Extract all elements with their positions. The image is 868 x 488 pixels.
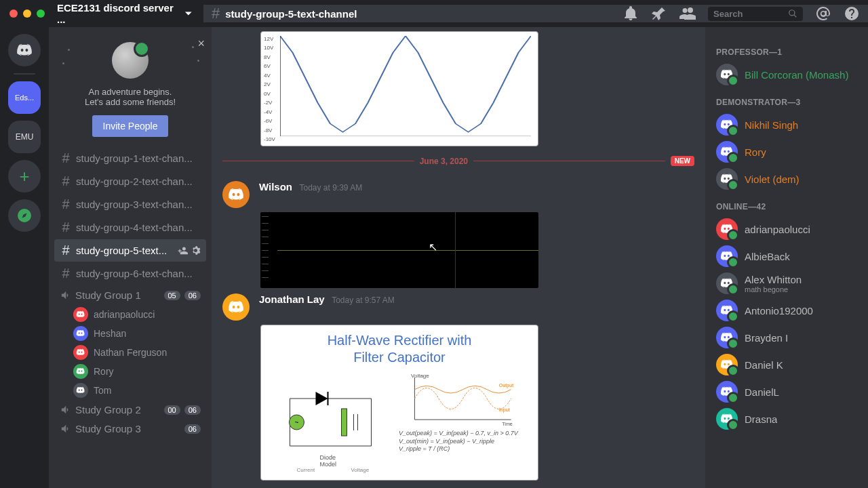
search-input[interactable]: Search <box>708 7 803 21</box>
ytick-label: 10V <box>264 45 273 51</box>
speaker-icon <box>60 404 71 415</box>
text-channel-item[interactable]: # study-group-5-text... <box>54 239 206 262</box>
avatar <box>716 64 738 85</box>
server-eds[interactable]: Eds... <box>8 81 41 114</box>
orb-icon <box>112 42 149 79</box>
hash-icon: # <box>60 174 72 189</box>
svg-text:Model: Model <box>319 461 336 468</box>
attachment-sine-plot[interactable]: 12V10V8V6V4V2V0V-2V-4V-6V-8V-10V <box>260 31 538 146</box>
channel-list: × An adventure begins. Let's add some fr… <box>49 27 212 488</box>
explore-button[interactable] <box>8 199 41 232</box>
member-item[interactable]: Rory <box>711 138 863 165</box>
invite-people-button[interactable]: Invite People <box>92 115 169 137</box>
avatar <box>73 364 88 379</box>
voice-member[interactable]: Heshan <box>49 324 212 343</box>
member-name: Drasna <box>745 413 777 425</box>
text-channel-item[interactable]: # study-group-1-text-chan... <box>54 147 206 169</box>
hash-icon: # <box>212 5 220 22</box>
voice-count-badge: 06 <box>184 405 201 415</box>
member-item[interactable]: Bill Corcoran (Monash) <box>711 61 863 88</box>
cursor-icon: ↖ <box>429 241 437 253</box>
voice-channel-label: Study Group 2 <box>75 404 160 415</box>
voice-channel-item[interactable]: Study Group 1 0506 <box>54 286 206 304</box>
message-author[interactable]: Jonathan Lay <box>259 293 325 305</box>
notifications-icon[interactable] <box>623 5 639 22</box>
server-name-dropdown[interactable]: ECE2131 discord server ... <box>49 2 203 25</box>
maximize-window-icon[interactable] <box>37 9 45 18</box>
channel-label: study-group-2-text-chan... <box>76 176 201 187</box>
member-name: DanielL <box>745 386 779 398</box>
close-window-icon[interactable] <box>9 9 18 18</box>
header-toolbar: Search <box>623 5 860 22</box>
add-server-button[interactable]: + <box>8 160 41 192</box>
member-item[interactable]: AlbieBack <box>711 243 863 270</box>
voice-channel-item[interactable]: Study Group 3 06 <box>54 420 206 438</box>
hash-icon: # <box>60 266 72 281</box>
ytick-label: 6V <box>264 63 271 69</box>
gear-icon[interactable] <box>191 245 201 256</box>
member-item[interactable]: Drasna <box>711 405 863 432</box>
ytick-label: 8V <box>264 54 271 60</box>
ytick-label: 0V <box>264 91 271 97</box>
member-item[interactable]: adrianpaolucci <box>711 216 863 243</box>
voice-member-name: Rory <box>94 366 114 377</box>
discord-home-button[interactable] <box>8 34 41 66</box>
speaker-icon <box>60 289 71 301</box>
member-list-icon[interactable] <box>679 5 696 22</box>
member-item[interactable]: DanielL <box>711 378 863 405</box>
member-list[interactable]: PROFESSOR—1 Bill Corcoran (Monash) DEMON… <box>705 27 868 488</box>
voice-member[interactable]: Tom <box>49 381 212 400</box>
voice-channel-item[interactable]: Study Group 2 0006 <box>54 401 206 419</box>
server-name: ECE2131 discord server ... <box>57 2 182 25</box>
svg-marker-4 <box>315 392 328 405</box>
member-item[interactable]: Nikhil Singh <box>711 111 863 138</box>
search-placeholder: Search <box>713 9 743 19</box>
member-item[interactable]: Antonio192000 <box>711 297 863 324</box>
text-channel-item[interactable]: # study-group-3-text-chan... <box>54 193 206 216</box>
member-item[interactable]: Daniel K <box>711 351 863 378</box>
text-channel-item[interactable]: # study-group-2-text-chan... <box>54 170 206 192</box>
attachment-oscilloscope[interactable]: ↖ <box>260 212 538 288</box>
ytick-label: 2V <box>264 81 271 87</box>
avatar[interactable] <box>222 181 250 208</box>
voice-member[interactable]: Rory <box>49 362 212 381</box>
member-name: Daniel K <box>745 359 783 371</box>
voice-member-name: Tom <box>94 385 111 396</box>
svg-text:~: ~ <box>295 419 299 426</box>
avatar[interactable] <box>222 293 250 321</box>
voice-channel-label: Study Group 1 <box>75 289 160 301</box>
voice-member[interactable]: adrianpaolucci <box>49 305 212 324</box>
svg-text:Current: Current <box>296 467 315 473</box>
member-name: Alex Whitton <box>745 274 802 285</box>
text-channel-item[interactable]: # study-group-4-text-chan... <box>54 216 206 239</box>
invite-line1: An adventure begins. <box>56 87 205 97</box>
avatar <box>716 218 738 240</box>
pinned-icon[interactable] <box>651 5 667 22</box>
sine-svg <box>280 36 531 136</box>
hash-icon: # <box>60 220 72 235</box>
chat-area[interactable]: 12V10V8V6V4V2V0V-2V-4V-6V-8V-10V June 3,… <box>212 27 705 488</box>
slide-equation: V_out(min) = V_in(peak) − V_ripple <box>399 438 527 446</box>
help-icon[interactable] <box>844 5 860 22</box>
server-emu[interactable]: EMU <box>8 121 41 153</box>
rail-separator <box>14 73 35 75</box>
voice-member[interactable]: Nathan Ferguson <box>49 343 212 362</box>
message-author[interactable]: Wilson <box>259 181 292 192</box>
member-name: Antonio192000 <box>745 305 813 317</box>
member-item[interactable]: Violet (dem) <box>711 165 863 192</box>
invite-line2: Let's add some friends! <box>56 97 205 107</box>
ytick-label: -10V <box>264 136 275 142</box>
minimize-window-icon[interactable] <box>23 9 31 18</box>
attachment-slide[interactable]: Half-Wave Rectifier withFilter Capacitor… <box>260 325 538 481</box>
ytick-label: -8V <box>264 127 272 134</box>
member-item[interactable]: Brayden I <box>711 324 863 351</box>
member-item[interactable]: Alex Whitton math begone <box>711 270 863 297</box>
text-channel-item[interactable]: # study-group-6-text-chan... <box>54 262 206 285</box>
svg-text:Input: Input <box>499 407 510 413</box>
avatar <box>73 307 88 322</box>
avatar <box>716 408 738 430</box>
channel-name: study-group-5-text-channel <box>225 8 357 20</box>
adduser-icon[interactable] <box>178 245 188 256</box>
avatar <box>716 168 738 190</box>
mentions-icon[interactable] <box>815 5 831 22</box>
